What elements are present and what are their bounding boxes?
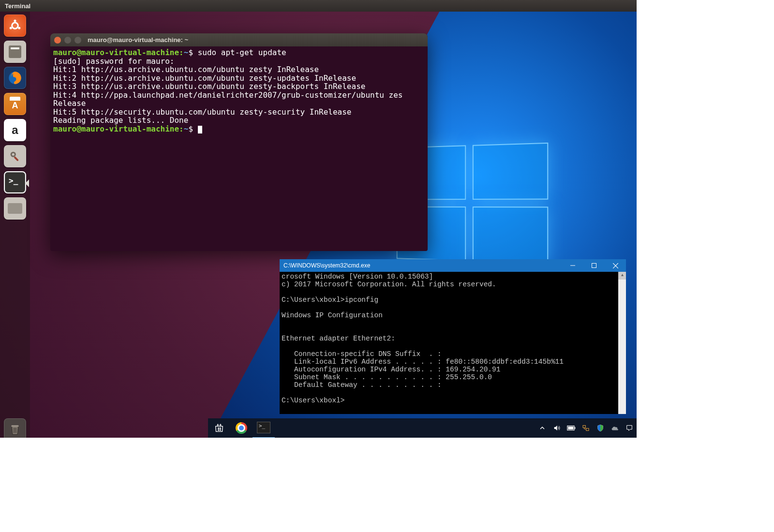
launcher-files[interactable] bbox=[4, 41, 26, 63]
svg-rect-17 bbox=[220, 428, 221, 429]
terminal-prompt-user: mauro@mauro-virtual-machine bbox=[53, 124, 179, 133]
maximize-icon bbox=[592, 263, 596, 268]
taskbar-chrome[interactable] bbox=[230, 418, 253, 438]
svg-rect-16 bbox=[218, 428, 219, 429]
svg-rect-23 bbox=[583, 426, 585, 428]
window-minimize-button[interactable] bbox=[562, 259, 583, 272]
terminal-output-line: Reading package lists... Done bbox=[53, 116, 188, 125]
launcher-system-settings[interactable] bbox=[4, 145, 26, 167]
ubuntu-logo-icon bbox=[8, 18, 22, 33]
cmd-scrollbar[interactable] bbox=[618, 272, 626, 414]
cmd-icon bbox=[257, 422, 270, 433]
cmd-output-line: Connection-specific DNS Suffix . : bbox=[282, 350, 442, 358]
chrome-icon bbox=[236, 422, 247, 434]
terminal-output-line: Release bbox=[53, 99, 86, 108]
firefox-icon bbox=[7, 70, 23, 86]
terminal-prompt-path: ~ bbox=[184, 48, 189, 57]
terminal-cursor-icon bbox=[198, 126, 202, 133]
cmd-output-line: Subnet Mask . . . . . . . . . . . : 255.… bbox=[282, 373, 492, 381]
terminal-output-line: Hit:1 http://us.archive.ubuntu.com/ubunt… bbox=[53, 65, 319, 74]
tray-battery[interactable] bbox=[564, 418, 579, 438]
svg-rect-21 bbox=[575, 427, 576, 429]
svg-point-6 bbox=[12, 153, 15, 156]
launcher-terminal[interactable] bbox=[4, 171, 26, 193]
taskbar-store[interactable] bbox=[208, 418, 230, 438]
cmd-output-line: Autoconfiguration IPv4 Address. . : 169.… bbox=[282, 366, 500, 373]
svg-point-2 bbox=[18, 27, 20, 30]
terminal-prompt-path: ~ bbox=[184, 124, 189, 133]
cmd-body[interactable]: crosoft Windows [Version 10.0.15063] c) … bbox=[280, 272, 618, 414]
cmd-output-line: Windows IP Configuration bbox=[282, 311, 383, 319]
tray-volume[interactable] bbox=[550, 418, 564, 438]
cmd-window-title: C:\WINDOWS\system32\cmd.exe bbox=[283, 262, 562, 269]
window-minimize-button[interactable] bbox=[64, 37, 71, 44]
trash-icon bbox=[8, 422, 22, 437]
cmd-output-line: crosoft Windows [Version 10.0.15063] bbox=[282, 273, 433, 281]
launcher-firefox[interactable] bbox=[4, 67, 26, 89]
cmd-titlebar[interactable]: C:\WINDOWS\system32\cmd.exe bbox=[280, 259, 626, 272]
svg-rect-24 bbox=[586, 429, 589, 431]
tray-show-hidden[interactable] bbox=[535, 418, 550, 438]
cmd-prompt: C:\Users\xboxl> bbox=[282, 397, 345, 404]
window-close-button[interactable] bbox=[605, 259, 626, 272]
terminal-prompt-user: mauro@mauro-virtual-machine bbox=[53, 48, 179, 57]
tray-onedrive[interactable] bbox=[608, 418, 622, 438]
svg-rect-18 bbox=[218, 429, 219, 431]
ubuntu-terminal-window[interactable]: mauro@mauro-virtual-machine: ~ mauro@mau… bbox=[50, 33, 428, 251]
cmd-output-line: Link-local IPv6 Address . . . . . : fe80… bbox=[282, 358, 564, 366]
launcher-trash[interactable] bbox=[4, 418, 26, 438]
cmd-output-line: c) 2017 Microsoft Corporation. All right… bbox=[282, 281, 496, 288]
close-icon bbox=[613, 263, 618, 268]
terminal-output-line: Hit:2 http://us.archive.ubuntu.com/ubunt… bbox=[53, 74, 356, 83]
volume-icon bbox=[553, 424, 561, 432]
store-icon bbox=[214, 423, 224, 433]
system-tray bbox=[535, 418, 637, 438]
svg-point-0 bbox=[12, 23, 18, 29]
cmd-command: ipconfig bbox=[345, 296, 379, 304]
launcher-amazon[interactable]: a bbox=[4, 119, 26, 141]
settings-gear-wrench-icon bbox=[8, 149, 22, 163]
window-title: mauro@mauro-virtual-machine: ~ bbox=[88, 36, 188, 44]
svg-point-3 bbox=[10, 27, 12, 30]
svg-point-1 bbox=[14, 20, 16, 22]
cmd-output-line: Ethernet adapter Ethernet2: bbox=[282, 335, 395, 342]
windows-taskbar bbox=[208, 418, 637, 438]
svg-rect-8 bbox=[12, 425, 19, 427]
cmd-output-line: Default Gateway . . . . . . . . . : bbox=[282, 381, 442, 389]
windows-cmd-window[interactable]: C:\WINDOWS\system32\cmd.exe crosoft Wind… bbox=[280, 259, 626, 414]
launcher-ubuntu-software[interactable] bbox=[4, 93, 26, 115]
window-close-button[interactable] bbox=[54, 37, 61, 44]
svg-rect-7 bbox=[14, 156, 19, 162]
active-app-indicator-icon bbox=[25, 179, 29, 187]
ubuntu-terminal-body[interactable]: mauro@mauro-virtual-machine:~$ sudo apt-… bbox=[50, 46, 428, 251]
shield-icon bbox=[596, 424, 604, 432]
notification-icon bbox=[625, 424, 633, 432]
taskbar-cmd[interactable] bbox=[253, 418, 275, 438]
svg-rect-19 bbox=[220, 429, 221, 431]
battery-icon bbox=[567, 425, 576, 431]
chevron-up-icon bbox=[539, 425, 545, 431]
svg-rect-13 bbox=[592, 264, 596, 268]
ubuntu-menubar: Terminal bbox=[0, 0, 637, 12]
terminal-output-line: [sudo] password for mauro: bbox=[53, 57, 174, 66]
terminal-output-line: Hit:3 http://us.archive.ubuntu.com/ubunt… bbox=[53, 82, 365, 91]
minimize-icon bbox=[570, 263, 575, 268]
cmd-prompt: C:\Users\xboxl> bbox=[282, 296, 345, 304]
launcher-disk-usage[interactable] bbox=[4, 197, 26, 220]
unity-launcher: a bbox=[0, 12, 30, 438]
terminal-output-line: Hit:5 http://security.ubuntu.com/ubuntu … bbox=[53, 107, 352, 117]
menubar-app-title: Terminal bbox=[5, 2, 30, 10]
terminal-output-line: Hit:4 http://ppa.launchpad.net/danielric… bbox=[53, 90, 402, 100]
window-maximize-button[interactable] bbox=[74, 37, 81, 44]
tray-action-center[interactable] bbox=[622, 418, 637, 438]
cloud-icon bbox=[610, 425, 619, 431]
network-icon bbox=[582, 424, 590, 432]
ubuntu-terminal-titlebar[interactable]: mauro@mauro-virtual-machine: ~ bbox=[50, 33, 428, 46]
terminal-command: sudo apt-get update bbox=[198, 48, 286, 57]
svg-rect-22 bbox=[568, 427, 573, 429]
tray-network[interactable] bbox=[579, 418, 593, 438]
window-maximize-button[interactable] bbox=[583, 259, 605, 272]
tray-windows-defender[interactable] bbox=[593, 418, 608, 438]
launcher-ubuntu-dash[interactable] bbox=[4, 15, 26, 37]
